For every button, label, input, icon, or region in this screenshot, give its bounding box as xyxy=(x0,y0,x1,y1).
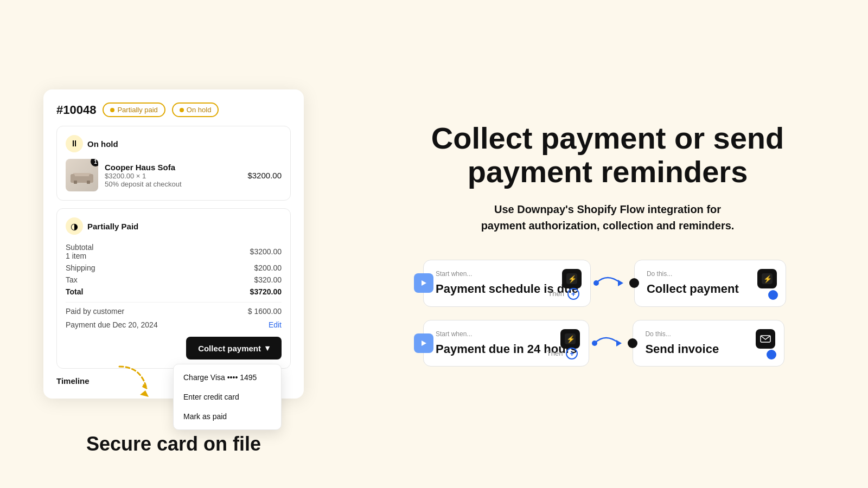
dashed-arrow-decoration xyxy=(108,361,163,407)
on-hold-icon: ⏸ xyxy=(66,135,83,152)
tax-value: $320.00 xyxy=(254,275,282,284)
paid-row: Paid by customer $ 1600.00 xyxy=(66,302,282,317)
product-name: Cooper Haus Sofa xyxy=(105,163,241,172)
flow1-arrow-svg xyxy=(591,267,634,299)
flow1-do-label: Do this... xyxy=(647,270,774,278)
shipping-value: $200.00 xyxy=(254,264,282,272)
product-price: $3200.00 xyxy=(247,171,282,180)
paid-label: Paid by customer xyxy=(66,307,124,316)
on-hold-title: On hold xyxy=(87,139,118,149)
flow1-connector xyxy=(591,267,634,299)
total-value: $3720.00 xyxy=(250,287,282,296)
shipping-label: Shipping xyxy=(66,264,95,272)
dashed-arrow-svg xyxy=(108,361,163,404)
flow2-start-icon: ⚡ xyxy=(560,329,580,349)
svg-point-11 xyxy=(593,280,599,286)
svg-marker-10 xyxy=(618,280,623,286)
flow2-start-card: Start when... Payment due in 24 hours ⚡ … xyxy=(423,320,589,367)
play-triangle-icon xyxy=(420,279,427,287)
flow2-arrow-svg xyxy=(589,327,633,359)
partially-paid-section: ◑ Partially Paid Subtotal 1 item $3200.0… xyxy=(56,208,291,369)
flow2-start-label: Start when... xyxy=(436,330,577,338)
product-info: Cooper Haus Sofa $3200.00 × 1 50% deposi… xyxy=(105,163,241,188)
subtotal-row: Subtotal 1 item $3200.00 xyxy=(66,241,282,262)
flow2-do-dot-blue xyxy=(767,350,776,359)
svg-marker-17 xyxy=(616,340,622,346)
flow2-do-icon xyxy=(756,329,775,349)
mail-icon xyxy=(760,335,771,343)
flow1-do-dot-blue xyxy=(768,290,778,300)
badge-dot-on-hold xyxy=(180,108,184,112)
left-panel: #10048 Partially paid On hold ⏸ On hold xyxy=(0,0,347,488)
flow2-do-label: Do this... xyxy=(645,330,772,338)
partial-title-row: ◑ Partially Paid xyxy=(66,217,282,235)
bottom-title-text: Secure card on file xyxy=(86,433,261,455)
svg-rect-1 xyxy=(73,173,91,176)
subtotal-label: Subtotal 1 item xyxy=(66,243,93,260)
flow1-play-icon xyxy=(414,273,433,293)
svg-marker-14 xyxy=(422,341,426,346)
flow1-do-dot xyxy=(629,278,639,288)
svg-marker-7 xyxy=(422,280,426,286)
badge-partially-paid: Partially paid xyxy=(103,102,165,117)
due-row: Payment due Dec 20, 2024 Edit xyxy=(66,320,282,329)
enter-credit-card-option[interactable]: Enter credit card xyxy=(174,387,281,407)
partial-title: Partially Paid xyxy=(87,222,138,231)
flow2-do-dot xyxy=(628,338,637,348)
flow1-then: Then + xyxy=(548,288,579,300)
play-triangle-icon-2 xyxy=(420,339,427,347)
edit-link[interactable]: Edit xyxy=(269,320,282,329)
on-hold-title-row: ⏸ On hold xyxy=(66,135,282,152)
collect-btn-row: Collect payment ▾ Charge Visa •••• 1495 … xyxy=(66,337,282,359)
badge-dot-partially-paid xyxy=(110,108,114,112)
downpay-icon-2: ⚡ xyxy=(565,333,576,344)
svg-text:⚡: ⚡ xyxy=(763,274,773,284)
order-card: #10048 Partially paid On hold ⏸ On hold xyxy=(43,89,304,399)
svg-text:⚡: ⚡ xyxy=(566,335,576,344)
flow1-do-card: Do this... Collect payment ⚡ xyxy=(634,260,786,306)
flow1-start-icon: ⚡ xyxy=(562,269,582,288)
flow1-start-card: Start when... Payment schedule is due ⚡ … xyxy=(423,260,591,306)
flow1-then-plus[interactable]: + xyxy=(567,288,579,300)
total-row: Total $3720.00 xyxy=(66,286,282,298)
partial-icon: ◑ xyxy=(66,217,83,235)
flow-row-2: Start when... Payment due in 24 hours ⚡ … xyxy=(412,320,803,367)
bottom-title: Secure card on file xyxy=(0,433,347,455)
paid-value: $ 1600.00 xyxy=(248,307,282,316)
hero-title: Collect payment or send payment reminder… xyxy=(380,121,835,188)
charge-visa-option[interactable]: Charge Visa •••• 1495 xyxy=(174,368,281,387)
order-header: #10048 Partially paid On hold xyxy=(56,102,291,117)
downpay-do-icon-1: ⚡ xyxy=(762,273,773,284)
product-detail2: 50% deposit at checkout xyxy=(105,180,241,188)
order-number: #10048 xyxy=(56,103,96,117)
hero-subtitle: Use Downpay's Shopify Flow integration f… xyxy=(472,201,743,234)
summary-rows: Subtotal 1 item $3200.00 Shipping $200.0… xyxy=(66,241,282,317)
right-panel: Collect payment or send payment reminder… xyxy=(347,0,868,488)
flow-row-1: Start when... Payment schedule is due ⚡ … xyxy=(412,260,803,306)
flow2-connector xyxy=(589,327,633,359)
collect-dropdown: Charge Visa •••• 1495 Enter credit card … xyxy=(173,364,282,430)
flow2-play-icon xyxy=(414,333,433,353)
downpay-icon-1: ⚡ xyxy=(566,273,577,284)
total-label: Total xyxy=(66,287,83,296)
due-label: Payment due Dec 20, 2024 xyxy=(66,320,158,329)
on-hold-section: ⏸ On hold xyxy=(56,126,291,201)
collect-payment-button[interactable]: Collect payment ▾ xyxy=(186,337,282,359)
product-image: 1 xyxy=(66,159,98,191)
tax-row: Tax $320.00 xyxy=(66,274,282,286)
flow1-do-icon: ⚡ xyxy=(757,269,777,288)
badge-on-hold: On hold xyxy=(172,102,219,117)
flow-diagrams: Start when... Payment schedule is due ⚡ … xyxy=(412,260,803,367)
svg-text:⚡: ⚡ xyxy=(568,274,577,284)
tax-label: Tax xyxy=(66,275,78,284)
shipping-row: Shipping $200.00 xyxy=(66,262,282,274)
flow1-do-title: Collect payment xyxy=(647,282,774,296)
flow2-then-plus[interactable]: + xyxy=(566,348,578,359)
product-row: 1 Cooper Haus Sofa $3200.00 × 1 50% depo… xyxy=(66,159,282,191)
chevron-down-icon: ▾ xyxy=(265,343,270,353)
product-detail1: $3200.00 × 1 xyxy=(105,172,241,180)
flow2-do-card: Do this... Send invoice xyxy=(633,320,784,367)
svg-rect-5 xyxy=(87,181,90,184)
svg-point-18 xyxy=(592,341,597,346)
mark-as-paid-option[interactable]: Mark as paid xyxy=(174,407,281,426)
